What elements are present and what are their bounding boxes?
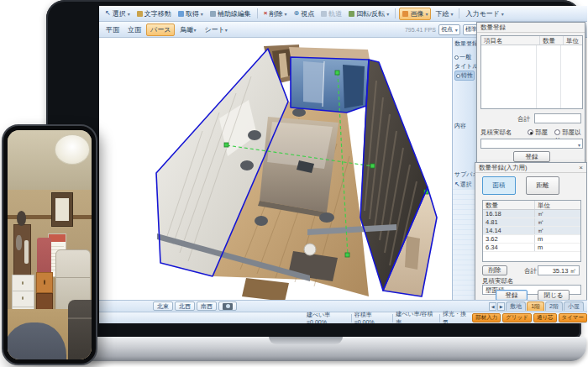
status-separator: [392, 314, 393, 322]
total-input[interactable]: [534, 113, 581, 123]
laptop-base: [25, 337, 586, 361]
tool-acquire[interactable]: 取得 ▾: [176, 8, 206, 20]
tool-delete[interactable]: × 削除 ▾: [261, 8, 290, 20]
radio-icon: [528, 129, 533, 135]
photo-picture-frame: [51, 192, 73, 227]
table-row[interactable]: 16.18 ㎡: [483, 210, 580, 218]
total-label: 合計: [524, 267, 537, 275]
area-tab-button[interactable]: 面積: [482, 176, 516, 195]
tool-underlay[interactable]: 下絵 ▾: [433, 8, 455, 20]
property-sidebar: 数量登録 一般 タイトル 特性 内容 サブパネル ↖選択: [452, 38, 476, 300]
image-icon: [402, 11, 408, 17]
scan-3d-viewport[interactable]: [99, 38, 452, 300]
view-northeast-button[interactable]: 北東: [153, 301, 173, 311]
status-separator: [351, 314, 352, 322]
estimate-label: 見積実邸名: [480, 128, 512, 137]
tool-text-move[interactable]: 文字移動: [134, 8, 174, 20]
room-scan-render: [99, 38, 452, 300]
acquire-icon: [178, 11, 184, 17]
volume-ratio: 容積率=0.00%: [354, 311, 391, 323]
close-icon[interactable]: ×: [579, 163, 583, 173]
register-button[interactable]: 登録: [513, 151, 550, 162]
camera-icon: [223, 303, 233, 310]
tab-floor1[interactable]: 1階: [527, 301, 544, 311]
floor-tabs: ◀ ▶ 敷地 1階 2階 小屋: [489, 301, 587, 311]
view-direction-bar: 北東 北西 南西 ◀ ▶ 敷地 1階 2階 小屋: [99, 300, 587, 312]
quantity-input-panel: 数量登録(入力用) × 面積 距離 数量 単位 16.18 ㎡ 4.81 ㎡: [475, 162, 587, 303]
radio-property[interactable]: 特性: [454, 71, 475, 81]
view-plan-button[interactable]: 平面: [102, 24, 123, 36]
guide-edit-icon: [210, 11, 216, 17]
chevron-down-icon: ▾: [425, 11, 428, 17]
tab-scroll-left-icon[interactable]: ◀: [489, 302, 496, 311]
smartphone: [2, 124, 97, 365]
camera-button[interactable]: [218, 301, 237, 311]
view-elevation-button[interactable]: 立面: [124, 24, 144, 36]
table-row[interactable]: 14.14 ㎡: [483, 227, 580, 235]
panel-title[interactable]: 数量登録(入力用) ×: [475, 163, 586, 173]
rotate-flip-icon: [349, 11, 354, 17]
tool-guide-edit[interactable]: 補助線編集: [207, 8, 254, 20]
table-header: 項目名 数量 単位: [481, 36, 582, 45]
view-perspective-button[interactable]: パース: [146, 24, 175, 36]
coverage-ratio: 建ぺい率=0.00%: [307, 311, 349, 323]
ratio-link[interactable]: 建ぺい率/容積率: [396, 310, 437, 324]
chevron-down-icon: ▾: [128, 11, 130, 17]
total-label: 合計: [517, 115, 530, 123]
tab-site[interactable]: 敷地: [506, 301, 526, 311]
tool-input-mode[interactable]: 入力モード ▾: [463, 8, 506, 20]
label-content: 内容: [454, 122, 466, 130]
table-row[interactable]: 6.34 m: [483, 244, 580, 252]
tab-floor2[interactable]: 2階: [545, 301, 563, 311]
toolbar-separator: [459, 8, 459, 18]
table-row[interactable]: 4.81 ㎡: [483, 218, 580, 227]
status-separator: [439, 314, 440, 322]
subpanel-grid: [453, 189, 476, 300]
chevron-down-icon: ▾: [225, 27, 228, 33]
distance-tab-button[interactable]: 距離: [526, 176, 559, 195]
radio-general[interactable]: 一般: [454, 53, 471, 61]
tab-attic[interactable]: 小屋: [564, 301, 584, 311]
radio-room[interactable]: 部屋: [528, 128, 548, 137]
tool-orbit[interactable]: 軌道: [318, 8, 344, 20]
lighting-link[interactable]: 採光・換気: [443, 310, 470, 324]
chevron-down-icon: ▾: [201, 11, 203, 17]
status-bar: 建ぺい率=0.00% 容積率=0.00% 建ぺい率/容積率 採光・換気 部材入力…: [99, 312, 587, 323]
status-chip-input[interactable]: 部材入力: [472, 313, 501, 322]
tool-select[interactable]: ↖ 選択 ▾: [102, 8, 133, 20]
quantity-table[interactable]: 項目名 数量 単位: [480, 35, 583, 109]
photo-orange-drawer: [36, 272, 53, 293]
chevron-down-icon: ▾: [193, 27, 196, 33]
label-title: タイトル: [454, 62, 479, 71]
app-window: ↖ 選択 ▾ 文字移動 取得 ▾ 補助線編集 × 削除 ▾: [99, 6, 587, 323]
delete-button[interactable]: 削除: [482, 265, 507, 275]
view-northwest-button[interactable]: 北西: [175, 301, 195, 311]
toolbar-main: ↖ 選択 ▾ 文字移動 取得 ▾ 補助線編集 × 削除 ▾: [99, 6, 587, 22]
status-chip-axis[interactable]: 通り芯: [533, 313, 557, 322]
panel-title[interactable]: 数量登録: [477, 23, 585, 33]
view-sheet-button[interactable]: シート ▾: [201, 24, 230, 36]
status-chip-timer[interactable]: タイマー: [559, 313, 587, 322]
chevron-down-icon: ▾: [455, 27, 458, 33]
phone-photo-room: [8, 130, 92, 359]
viewpoint-combo[interactable]: 視点 ▾: [438, 24, 460, 35]
view-southwest-button[interactable]: 南西: [197, 301, 217, 311]
column-divider: [481, 45, 561, 108]
tab-scroll-right-icon[interactable]: ▶: [497, 302, 505, 311]
radio-icon: [554, 129, 560, 135]
chevron-down-icon: ▾: [501, 11, 504, 17]
viewpoint-icon: ⊕: [293, 10, 299, 17]
status-chip-grid[interactable]: グリッド: [502, 313, 532, 322]
tool-viewpoint[interactable]: ⊕ 視点: [291, 8, 317, 20]
tab-quantity-register[interactable]: 数量登録: [454, 39, 478, 48]
laptop-base-notch: [269, 337, 343, 344]
table-row[interactable]: 3.62 m: [483, 235, 580, 244]
tool-rotate-flip[interactable]: 回転/反転 ▾: [346, 8, 391, 20]
table-header: 数量 単位: [483, 201, 580, 210]
radio-icon: [454, 55, 459, 60]
tool-strip-select[interactable]: ↖選択: [454, 181, 472, 189]
room-name-combo[interactable]: ▾: [480, 139, 583, 149]
measure-table[interactable]: 数量 単位 16.18 ㎡ 4.81 ㎡ 14.14 ㎡ 3.62 m: [482, 200, 581, 262]
tool-image[interactable]: 画像 ▾: [399, 8, 431, 20]
view-birdseye-button[interactable]: 鳥瞰 ▾: [176, 24, 199, 36]
